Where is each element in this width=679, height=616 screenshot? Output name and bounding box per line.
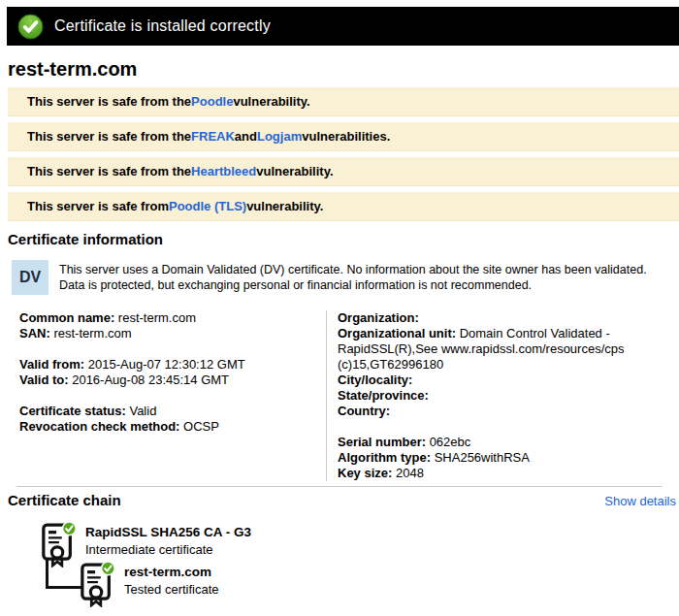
- poodle-tls-link[interactable]: Poodle (TLS): [169, 199, 246, 213]
- alert-text: This server is safe from: [27, 199, 169, 213]
- alert-text: This server is safe from the: [27, 129, 191, 144]
- intermediate-certificate-type: Intermediate certificate: [85, 542, 213, 558]
- tested-certificate-name: rest-term.com: [124, 565, 211, 580]
- country-row: Country:: [338, 404, 658, 419]
- serial-number-row: Serial number: 062ebc: [338, 435, 658, 450]
- alert-text: vulnerability.: [233, 94, 309, 109]
- alert-text: vulnerability.: [246, 199, 323, 213]
- status-banner: Certificate is installed correctly: [7, 7, 679, 46]
- spacer: [19, 388, 326, 404]
- alert-text: This server is safe from the: [27, 94, 191, 109]
- san-row: SAN: rest-term.com: [19, 326, 326, 341]
- spacer: [19, 341, 326, 357]
- tested-certificate-icon: [80, 561, 114, 607]
- key-size-row: Key size: 2048: [338, 466, 658, 481]
- alert-text: vulnerabilities.: [302, 129, 390, 144]
- dv-badge: DV: [12, 260, 48, 295]
- alert-text: and: [235, 129, 257, 144]
- freak-link[interactable]: FREAK: [191, 129, 235, 144]
- city-locality-row: City/locality:: [338, 373, 658, 388]
- common-name-row: Common name: rest-term.com: [19, 310, 326, 326]
- heartbleed-link[interactable]: Heartbleed: [191, 164, 256, 178]
- organizational-unit-row: Organizational unit: Domain Control Vali…: [338, 326, 658, 373]
- alert-text: This server is safe from the: [27, 164, 191, 178]
- certificate-details: Common name: rest-term.com SAN: rest-ter…: [0, 310, 679, 481]
- tested-certificate-type: Tested certificate: [124, 582, 219, 598]
- spacer: [338, 419, 658, 435]
- page-title: rest-term.com: [8, 58, 679, 81]
- revocation-method-row: Revocation check method: OCSP: [19, 419, 326, 435]
- chain-header: Certificate chain Show details: [8, 492, 676, 508]
- alert-text: vulnerability.: [256, 164, 333, 178]
- certificate-status-row: Certificate status: Valid: [19, 404, 326, 419]
- certificate-chain-heading: Certificate chain: [8, 492, 121, 508]
- show-details-link[interactable]: Show details: [604, 494, 676, 508]
- banner-message: Certificate is installed correctly: [54, 17, 271, 35]
- certificate-information-heading: Certificate information: [8, 231, 679, 247]
- state-province-row: State/province:: [338, 388, 658, 404]
- vulnerability-alert-poodle: This server is safe from the Poodle vuln…: [8, 87, 679, 116]
- vulnerability-alert-heartbleed: This server is safe from the Heartbleed …: [8, 157, 679, 186]
- organization-row: Organization:: [338, 310, 658, 326]
- details-left-column: Common name: rest-term.com SAN: rest-ter…: [0, 310, 326, 481]
- intermediate-certificate-name: RapidSSL SHA256 CA - G3: [85, 525, 251, 540]
- poodle-link[interactable]: Poodle: [191, 94, 233, 109]
- dv-certificate-row: DV This server uses a Domain Validated (…: [12, 260, 679, 295]
- certificate-chain: RapidSSL SHA256 CA - G3 Intermediate cer…: [0, 513, 679, 610]
- section-divider: [16, 486, 663, 487]
- vulnerability-alert-poodle-tls: This server is safe from Poodle (TLS) vu…: [8, 192, 679, 221]
- dv-description: This server uses a Domain Validated (DV)…: [59, 262, 672, 295]
- algorithm-type-row: Algorithm type: SHA256withRSA: [338, 450, 658, 466]
- valid-from-row: Valid from: 2015-Aug-07 12:30:12 GMT: [19, 357, 326, 373]
- vulnerability-alert-freak-logjam: This server is safe from the FREAK and L…: [8, 122, 679, 151]
- valid-to-row: Valid to: 2016-Aug-08 23:45:14 GMT: [19, 373, 326, 388]
- details-right-column: Organization: Organizational unit: Domai…: [326, 310, 658, 481]
- success-check-icon: [17, 14, 44, 40]
- logjam-link[interactable]: Logjam: [257, 129, 302, 144]
